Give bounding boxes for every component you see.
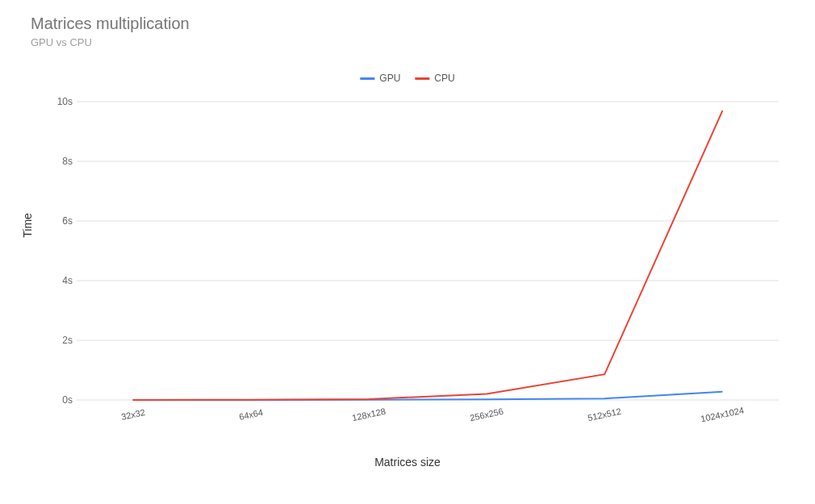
x-tick-label: 1024x1024: [700, 405, 746, 423]
plot-svg: [77, 102, 779, 400]
x-tick-label: 32x32: [120, 407, 146, 422]
x-tick-label: 64x64: [238, 407, 264, 422]
chart-subtitle: GPU vs CPU: [31, 36, 92, 48]
chart-container: Matrices multiplication GPU vs CPU GPUCP…: [0, 0, 815, 504]
legend-swatch: [360, 77, 374, 80]
x-tick-label: 512x512: [587, 406, 622, 423]
y-tick-label: 4s: [28, 275, 73, 286]
legend-swatch: [415, 77, 429, 80]
legend-label: GPU: [379, 73, 400, 84]
legend-item-gpu[interactable]: GPU: [360, 73, 400, 84]
legend-label: CPU: [434, 73, 454, 84]
chart-legend: GPUCPU: [360, 73, 454, 84]
plot-area: [77, 102, 779, 400]
y-tick-label: 8s: [28, 156, 73, 167]
series-cpu: [133, 110, 723, 400]
y-tick-label: 10s: [28, 96, 73, 107]
legend-item-cpu[interactable]: CPU: [415, 73, 454, 84]
y-tick-label: 6s: [28, 215, 73, 227]
x-tick-label: 128x128: [351, 406, 387, 423]
chart-title: Matrices multiplication: [31, 15, 190, 33]
x-tick-label: 256x256: [469, 406, 504, 423]
x-axis-label: Matrices size: [374, 456, 441, 469]
y-tick-label: 2s: [28, 335, 73, 346]
y-tick-label: 0s: [28, 394, 73, 406]
